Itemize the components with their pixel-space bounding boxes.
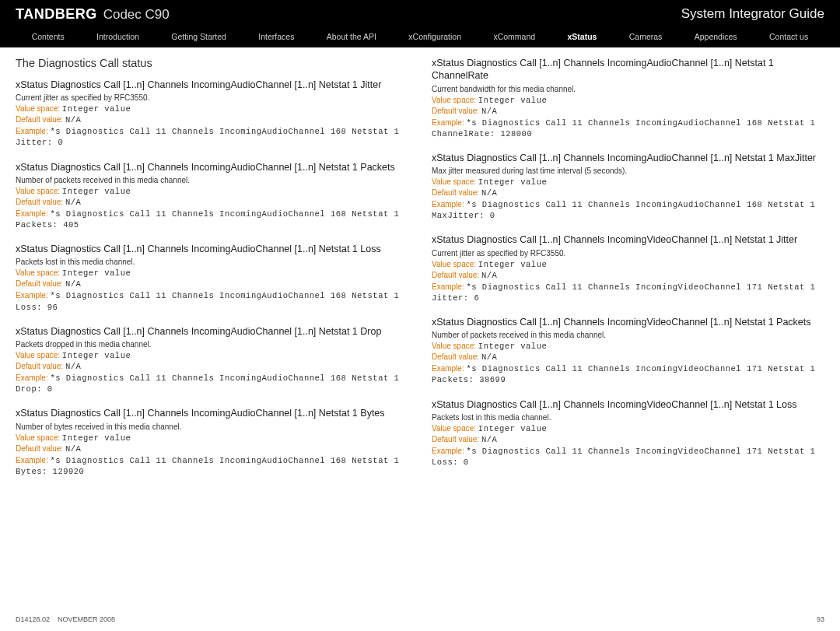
example-row: Example: *s Diagnostics Call 11 Channels… bbox=[16, 126, 408, 148]
section-heading: The Diagnostics Call status bbox=[16, 57, 408, 69]
value-space-label: Value space: bbox=[16, 104, 60, 113]
default-value-value: N/A bbox=[481, 435, 497, 444]
header-bar: TANDBERG Codec C90 System Integrator Gui… bbox=[0, 0, 840, 28]
default-value-row: Default value: N/A bbox=[16, 198, 408, 207]
example-label: Example: bbox=[432, 200, 464, 209]
default-value-value: N/A bbox=[65, 198, 81, 207]
status-entry: xStatus Diagnostics Call [1..n] Channels… bbox=[432, 57, 824, 139]
status-entry: xStatus Diagnostics Call [1..n] Channels… bbox=[432, 316, 824, 386]
example-label: Example: bbox=[16, 291, 48, 300]
footer-left: D14128.02 NOVEMBER 2008 bbox=[16, 615, 115, 623]
nav-item-xconfiguration[interactable]: xConfiguration bbox=[404, 30, 466, 43]
value-space-label: Value space: bbox=[16, 351, 60, 359]
value-space-row: Value space: Integer value bbox=[432, 96, 824, 105]
example-row: Example: *s Diagnostics Call 11 Channels… bbox=[16, 209, 408, 230]
example-label: Example: bbox=[432, 447, 464, 455]
status-entry: xStatus Diagnostics Call [1..n] Channels… bbox=[432, 152, 824, 222]
nav-item-interfaces[interactable]: Interfaces bbox=[254, 30, 299, 43]
value-space-row: Value space: Integer value bbox=[16, 187, 408, 196]
page-number: 93 bbox=[817, 615, 824, 623]
example-label: Example: bbox=[16, 456, 48, 464]
default-value-value: N/A bbox=[481, 271, 497, 280]
default-value-label: Default value: bbox=[16, 362, 63, 370]
value-space-row: Value space: Integer value bbox=[432, 342, 824, 351]
nav-item-about-the-api[interactable]: About the API bbox=[322, 30, 381, 43]
entry-description: Packets dropped in this media channel. bbox=[16, 340, 408, 349]
default-value-row: Default value: N/A bbox=[432, 352, 824, 362]
entry-description: Max jitter measured during last time int… bbox=[432, 167, 824, 175]
entry-description: Packets lost in this media channel. bbox=[16, 258, 408, 266]
entry-title: xStatus Diagnostics Call [1..n] Channels… bbox=[432, 152, 824, 164]
example-label: Example: bbox=[16, 127, 48, 135]
value-space-row: Value space: Integer value bbox=[432, 260, 824, 269]
left-column: The Diagnostics Call status xStatus Diag… bbox=[16, 57, 408, 489]
default-value-label: Default value: bbox=[432, 352, 479, 361]
entry-description: Number of bytes received in this media c… bbox=[16, 422, 408, 431]
status-entry: xStatus Diagnostics Call [1..n] Channels… bbox=[16, 161, 408, 231]
default-value-value: N/A bbox=[481, 352, 497, 362]
default-value-label: Default value: bbox=[432, 188, 479, 197]
default-value-value: N/A bbox=[65, 279, 81, 289]
entry-description: Current jitter as specified by RFC3550. bbox=[16, 93, 408, 102]
nav-item-xstatus[interactable]: xStatus bbox=[562, 30, 601, 43]
value-space-row: Value space: Integer value bbox=[432, 177, 824, 187]
default-value-row: Default value: N/A bbox=[16, 115, 408, 124]
nav-item-introduction[interactable]: Introduction bbox=[92, 30, 144, 43]
example-text: *s Diagnostics Call 11 Channels Incoming… bbox=[432, 447, 815, 467]
default-value-value: N/A bbox=[65, 444, 81, 454]
value-space-value: Integer value bbox=[478, 260, 547, 269]
value-space-label: Value space: bbox=[432, 177, 476, 186]
example-label: Example: bbox=[16, 209, 48, 218]
nav-item-contents[interactable]: Contents bbox=[27, 30, 69, 43]
doc-title: System Integrator Guide bbox=[681, 6, 824, 22]
value-space-value: Integer value bbox=[478, 177, 547, 187]
example-text: *s Diagnostics Call 11 Channels Incoming… bbox=[16, 373, 399, 394]
default-value-label: Default value: bbox=[16, 198, 63, 206]
default-value-value: N/A bbox=[65, 115, 81, 124]
brand-block: TANDBERG Codec C90 bbox=[16, 6, 170, 23]
example-text: *s Diagnostics Call 11 Channels Incoming… bbox=[432, 364, 815, 384]
nav-item-contact-us[interactable]: Contact us bbox=[765, 30, 813, 43]
default-value-label: Default value: bbox=[432, 271, 479, 279]
default-value-label: Default value: bbox=[432, 435, 479, 443]
entry-title: xStatus Diagnostics Call [1..n] Channels… bbox=[16, 407, 408, 419]
entry-title: xStatus Diagnostics Call [1..n] Channels… bbox=[432, 233, 824, 246]
default-value-row: Default value: N/A bbox=[16, 444, 408, 454]
doc-date: NOVEMBER 2008 bbox=[58, 615, 115, 623]
nav-item-getting-started[interactable]: Getting Started bbox=[166, 30, 231, 43]
example-row: Example: *s Diagnostics Call 11 Channels… bbox=[16, 455, 408, 477]
default-value-label: Default value: bbox=[16, 115, 63, 124]
entry-title: xStatus Diagnostics Call [1..n] Channels… bbox=[16, 161, 408, 174]
value-space-value: Integer value bbox=[62, 433, 131, 443]
status-entry: xStatus Diagnostics Call [1..n] Channels… bbox=[16, 79, 408, 149]
value-space-value: Integer value bbox=[62, 104, 131, 114]
value-space-row: Value space: Integer value bbox=[16, 268, 408, 278]
nav-bar: ContentsIntroductionGetting StartedInter… bbox=[0, 28, 840, 47]
value-space-label: Value space: bbox=[16, 187, 60, 195]
value-space-label: Value space: bbox=[432, 424, 476, 433]
value-space-row: Value space: Integer value bbox=[432, 424, 824, 433]
brand-name: TANDBERG bbox=[16, 6, 97, 23]
product-name: Codec C90 bbox=[103, 7, 170, 23]
value-space-row: Value space: Integer value bbox=[16, 104, 408, 114]
example-text: *s Diagnostics Call 11 Channels Incoming… bbox=[432, 282, 815, 303]
nav-item-appendices[interactable]: Appendices bbox=[690, 30, 742, 43]
example-text: *s Diagnostics Call 11 Channels Incoming… bbox=[432, 200, 815, 220]
default-value-row: Default value: N/A bbox=[432, 107, 824, 116]
example-row: Example: *s Diagnostics Call 11 Channels… bbox=[432, 282, 824, 303]
default-value-label: Default value: bbox=[432, 107, 479, 115]
right-column: xStatus Diagnostics Call [1..n] Channels… bbox=[432, 57, 824, 489]
nav-item-cameras[interactable]: Cameras bbox=[625, 30, 667, 43]
example-row: Example: *s Diagnostics Call 11 Channels… bbox=[16, 373, 408, 394]
value-space-label: Value space: bbox=[432, 96, 476, 104]
value-space-value: Integer value bbox=[478, 96, 547, 105]
example-text: *s Diagnostics Call 11 Channels Incoming… bbox=[432, 118, 815, 138]
value-space-value: Integer value bbox=[478, 424, 547, 433]
status-entry: xStatus Diagnostics Call [1..n] Channels… bbox=[432, 233, 824, 303]
example-text: *s Diagnostics Call 11 Channels Incoming… bbox=[16, 456, 399, 476]
nav-item-xcommand[interactable]: xCommand bbox=[488, 30, 540, 43]
example-label: Example: bbox=[16, 373, 48, 382]
default-value-row: Default value: N/A bbox=[16, 362, 408, 371]
entry-title: xStatus Diagnostics Call [1..n] Channels… bbox=[432, 316, 824, 328]
content-area: The Diagnostics Call status xStatus Diag… bbox=[0, 47, 840, 489]
